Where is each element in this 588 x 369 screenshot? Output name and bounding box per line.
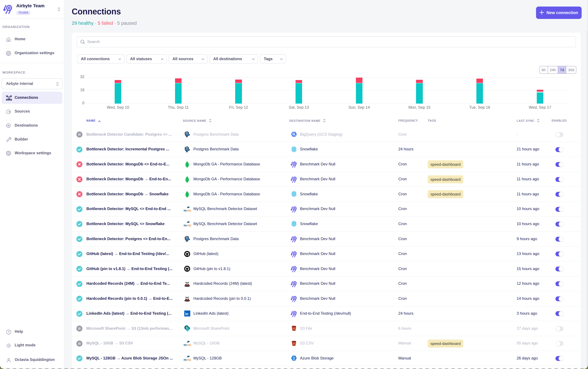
svg-text:MySQL: MySQL (184, 224, 191, 227)
svg-text:?: ? (8, 330, 10, 334)
svg-text:MySQL: MySQL (184, 359, 191, 361)
svg-text:01: 01 (293, 358, 295, 359)
svg-text:MySQL: MySQL (184, 209, 191, 212)
svg-text:S: S (186, 326, 188, 329)
svg-text:in: in (185, 312, 188, 316)
svg-text:MySQL: MySQL (184, 344, 191, 346)
